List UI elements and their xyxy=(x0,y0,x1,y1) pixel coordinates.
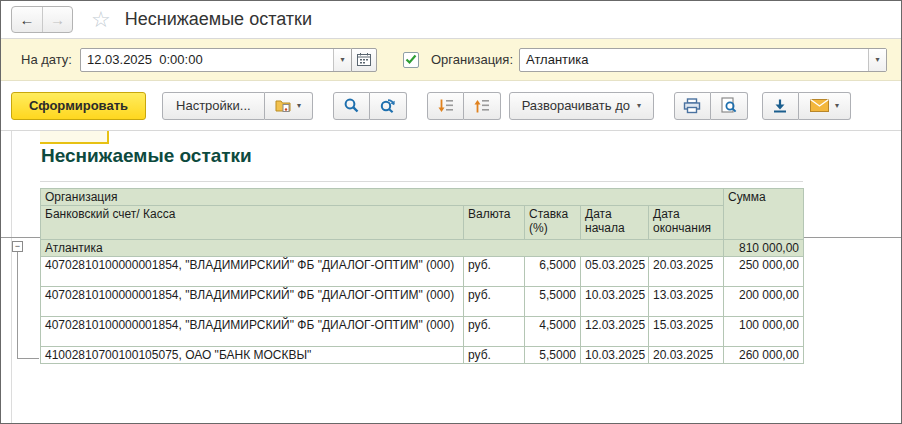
page-title: Неснижаемые остатки xyxy=(125,9,312,30)
account-cell[interactable]: 41002810700100105075, ОАО "БАНК МОСКВЫ" xyxy=(41,347,464,364)
report-table: Организация Сумма Банковский счет/ Касса… xyxy=(40,188,804,364)
print-preview-button[interactable] xyxy=(711,92,748,120)
currency-cell[interactable]: руб. xyxy=(464,287,525,317)
rate-cell[interactable]: 5,5000 xyxy=(525,287,581,317)
search-group xyxy=(333,92,407,120)
filter-bar: На дату: 12.03.2025 0:00:00 ▾ Организаци… xyxy=(1,39,901,81)
print-group xyxy=(674,92,748,120)
selected-cell[interactable] xyxy=(40,131,109,144)
expand-to-button[interactable]: Разворачивать до ▾ xyxy=(509,92,654,120)
header-organization[interactable]: Организация xyxy=(41,189,724,206)
date-start-cell[interactable]: 12.03.2025 xyxy=(581,317,649,347)
expand-groups-icon xyxy=(473,98,490,114)
date-start-cell[interactable]: 05.03.2025 xyxy=(581,257,649,287)
search-icon xyxy=(343,97,360,114)
favorite-star-icon[interactable]: ☆ xyxy=(91,9,111,31)
header-currency[interactable]: Валюта xyxy=(464,206,525,240)
generate-button[interactable]: Сформировать xyxy=(11,92,146,120)
sheet-margin-line xyxy=(11,131,12,423)
calendar-button[interactable] xyxy=(351,48,377,72)
header-rate[interactable]: Ставка (%) xyxy=(525,206,581,240)
date-value: 12.03.2025 0:00:00 xyxy=(81,52,333,67)
report-area: Неснижаемые остатки − Организация Сумма … xyxy=(1,131,901,423)
back-icon: ← xyxy=(20,11,35,28)
table-row: 40702810100000001854, "ВЛАДИМИРСКИЙ" ФБ … xyxy=(41,257,804,287)
find-next-icon xyxy=(379,97,397,114)
rate-cell[interactable]: 5,5000 xyxy=(525,347,581,364)
header-sum[interactable]: Сумма xyxy=(724,189,804,240)
date-end-cell[interactable]: 20.03.2025 xyxy=(649,347,724,364)
table-header-row-1: Организация Сумма xyxy=(41,189,804,206)
report-variants-icon xyxy=(275,98,292,113)
save-button[interactable] xyxy=(762,92,799,120)
organization-checkbox[interactable] xyxy=(403,52,419,68)
expand-groups-button[interactable] xyxy=(464,92,501,120)
currency-cell[interactable]: руб. xyxy=(464,257,525,287)
group-expander[interactable]: − xyxy=(12,241,23,252)
header-date-start[interactable]: Дата начала xyxy=(581,206,649,240)
date-start-cell[interactable]: 10.03.2025 xyxy=(581,347,649,364)
currency-cell[interactable]: руб. xyxy=(464,317,525,347)
account-cell[interactable]: 40702810100000001854, "ВЛАДИМИРСКИЙ" ФБ … xyxy=(41,317,464,347)
group-name-cell[interactable]: Атлантика xyxy=(41,240,724,257)
rate-cell[interactable]: 4,5000 xyxy=(525,317,581,347)
chevron-down-icon: ▾ xyxy=(875,56,879,64)
collapse-groups-icon xyxy=(437,98,454,114)
settings-group: Настройки... ▾ xyxy=(162,92,313,120)
sum-cell[interactable]: 260 000,00 xyxy=(724,347,804,364)
email-icon xyxy=(810,99,829,112)
checkmark-icon xyxy=(405,54,417,65)
chevron-down-icon: ▾ xyxy=(637,102,641,110)
organization-value: Атлантика xyxy=(520,52,868,67)
nav-buttons: ← → xyxy=(11,6,73,33)
header-rule-right xyxy=(803,237,901,238)
group-bracket-tick xyxy=(17,358,39,359)
date-dropdown-button[interactable]: ▾ xyxy=(333,49,351,71)
expand-collapse-group xyxy=(427,92,501,120)
table-row: 40702810100000001854, "ВЛАДИМИРСКИЙ" ФБ … xyxy=(41,317,804,347)
print-button[interactable] xyxy=(674,92,711,120)
header-rule-left xyxy=(1,237,40,238)
currency-cell[interactable]: руб. xyxy=(464,347,525,364)
print-preview-icon xyxy=(720,97,737,114)
report-variants-button[interactable]: ▾ xyxy=(265,92,313,120)
header-date-end[interactable]: Дата окончания xyxy=(649,206,724,240)
organization-input[interactable]: Атлантика ▾ xyxy=(519,48,887,72)
date-start-cell[interactable]: 10.03.2025 xyxy=(581,287,649,317)
table-header-row-2: Банковский счет/ Касса Валюта Ставка (%)… xyxy=(41,206,804,240)
sum-cell[interactable]: 200 000,00 xyxy=(724,287,804,317)
date-input[interactable]: 12.03.2025 0:00:00 ▾ xyxy=(80,48,352,72)
chevron-down-icon: ▾ xyxy=(835,102,839,110)
collapse-groups-button[interactable] xyxy=(427,92,464,120)
back-button[interactable]: ← xyxy=(12,7,42,32)
expand-to-label: Разворачивать до xyxy=(522,98,630,113)
forward-icon: → xyxy=(50,11,65,28)
organization-label: Организация: xyxy=(431,52,513,67)
chevron-down-icon: ▾ xyxy=(340,56,344,64)
report-title: Неснижаемые остатки xyxy=(41,145,252,167)
header-account[interactable]: Банковский счет/ Касса xyxy=(41,206,464,240)
titlebar: ← → ☆ Неснижаемые остатки xyxy=(1,1,901,39)
sum-cell[interactable]: 100 000,00 xyxy=(724,317,804,347)
report-window: ← → ☆ Неснижаемые остатки На дату: 12.03… xyxy=(0,0,902,424)
account-cell[interactable]: 40702810100000001854, "ВЛАДИМИРСКИЙ" ФБ … xyxy=(41,287,464,317)
account-cell[interactable]: 40702810100000001854, "ВЛАДИМИРСКИЙ" ФБ … xyxy=(41,257,464,287)
save-icon xyxy=(772,98,788,114)
find-next-button[interactable] xyxy=(370,92,407,120)
date-end-cell[interactable]: 13.03.2025 xyxy=(649,287,724,317)
search-button[interactable] xyxy=(333,92,370,120)
group-sum-cell[interactable]: 810 000,00 xyxy=(724,240,804,257)
settings-button[interactable]: Настройки... xyxy=(162,92,265,120)
group-row: Атлантика 810 000,00 xyxy=(41,240,804,257)
sum-cell[interactable]: 250 000,00 xyxy=(724,257,804,287)
organization-dropdown-button[interactable]: ▾ xyxy=(868,49,886,71)
date-label: На дату: xyxy=(21,52,72,67)
rate-cell[interactable]: 6,5000 xyxy=(525,257,581,287)
date-end-cell[interactable]: 15.03.2025 xyxy=(649,317,724,347)
title-underline xyxy=(40,181,803,182)
email-button[interactable]: ▾ xyxy=(799,92,851,120)
chevron-down-icon: ▾ xyxy=(297,102,301,110)
calendar-icon xyxy=(357,53,371,66)
forward-button[interactable]: → xyxy=(42,7,72,32)
date-end-cell[interactable]: 20.03.2025 xyxy=(649,257,724,287)
